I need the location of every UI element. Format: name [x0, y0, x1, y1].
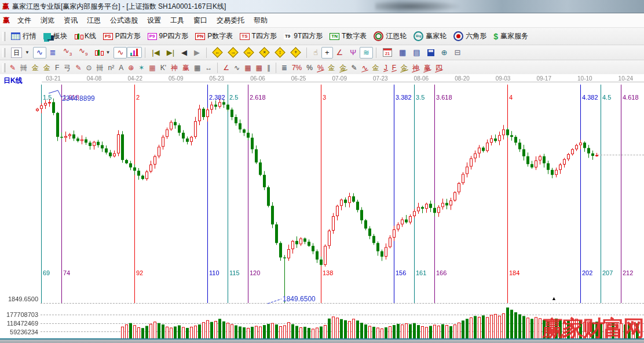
diamond-hrange-icon[interactable]: ↔: [241, 46, 257, 59]
width-arrows-icon[interactable]: ↔: [203, 62, 214, 74]
toolbar-grip[interactable]: [2, 32, 5, 41]
notes-button[interactable]: ▤: [409, 47, 423, 59]
menu-item-7[interactable]: 窗口: [189, 13, 212, 27]
menu-item-8[interactable]: 交易委托: [212, 13, 249, 27]
gold-angle-icon[interactable]: 金: [398, 62, 410, 74]
menu-item-9[interactable]: 帮助: [249, 13, 272, 27]
j-angle-icon[interactable]: J: [382, 62, 390, 74]
period-day-dropdown[interactable]: 日▼: [8, 46, 33, 60]
crosshair-button[interactable]: +: [321, 47, 333, 59]
hexagon-button[interactable]: 六角形: [450, 30, 490, 43]
red-grid2-icon-glyph: ▦: [256, 64, 262, 72]
diamond-vrange-icon[interactable]: ↕: [272, 46, 288, 59]
grid-box-icon[interactable]: ▦: [147, 62, 158, 74]
grid-comb-icon[interactable]: 卌: [18, 62, 30, 74]
grid-123-icon[interactable]: ▦: [192, 62, 203, 74]
toolbar-grip[interactable]: [2, 63, 5, 72]
gold2-icon[interactable]: 金: [370, 62, 382, 74]
step-forward-button[interactable]: ▶: [191, 47, 203, 59]
wave-3-icon[interactable]: ∿3: [60, 45, 75, 60]
save-disk-icon: [427, 49, 434, 56]
percent-line-icon[interactable]: %: [315, 62, 326, 74]
menu-item-2[interactable]: 资讯: [59, 13, 82, 27]
f-angle-icon[interactable]: F: [390, 62, 398, 74]
level-bars-icon[interactable]: ≣: [279, 62, 290, 74]
zigzag-blue-icon[interactable]: ∿: [33, 47, 46, 59]
sectors-button[interactable]: 板块: [40, 30, 71, 43]
p-number-table-button[interactable]: PNP数字表: [192, 30, 236, 43]
menu-item-0[interactable]: 文件: [13, 13, 36, 27]
remote-computer-button[interactable]: ⊟: [451, 47, 464, 59]
shen-grid-icon[interactable]: 神: [169, 62, 180, 74]
menu-item-6[interactable]: 工具: [166, 13, 189, 27]
9t-square-button[interactable]: T99T四方形: [280, 30, 326, 43]
info-note-icon[interactable]: ≣: [46, 47, 60, 59]
gann-crown-button[interactable]: Ψ: [346, 47, 360, 59]
date-tick-09-17: 09-17: [536, 75, 551, 82]
wave-channel-icon[interactable]: ∿: [360, 62, 370, 74]
toolbar-grip[interactable]: [2, 48, 5, 57]
seven-pct-icon[interactable]: 7%: [290, 62, 304, 74]
network-button[interactable]: ⊕: [438, 47, 451, 59]
red-grid-icon[interactable]: ▦: [242, 62, 253, 74]
t-square-button[interactable]: TST四方形: [236, 30, 280, 43]
pen-tool-icon[interactable]: ✎: [8, 62, 18, 74]
sorted-histogram-icon[interactable]: [127, 47, 142, 58]
pen2-tool-icon[interactable]: ✎: [73, 62, 83, 74]
gold-grid2-icon[interactable]: 金: [41, 62, 53, 74]
skip-to-end-button[interactable]: ▶|: [163, 47, 178, 59]
winner-service-button[interactable]: $赢家服务: [490, 30, 532, 43]
zigzag-red-icon[interactable]: ∿: [114, 47, 127, 59]
ying-angle-icon[interactable]: 赢: [422, 62, 433, 74]
quotes-button[interactable]: 行情: [8, 30, 40, 43]
skip-to-start-button[interactable]: |◀: [148, 47, 163, 59]
f-grid-icon[interactable]: F: [53, 62, 61, 74]
pen3-tool-icon[interactable]: ✎: [349, 62, 360, 74]
kline-button[interactable]: K线: [71, 30, 100, 43]
star-grid-icon[interactable]: ✶: [136, 62, 147, 74]
angle-rays-icon[interactable]: ∠: [221, 62, 232, 74]
diamond-collapse-icon[interactable]: ×: [257, 46, 272, 59]
k-tick-icon[interactable]: K': [158, 62, 169, 74]
comb2-icon[interactable]: 卌: [94, 62, 106, 74]
gold-line-icon[interactable]: 金: [338, 62, 349, 74]
angle-measure-button[interactable]: ∠: [333, 47, 347, 59]
zigzag-tool-icon-glyph: ∿: [234, 64, 240, 72]
step-back-button[interactable]: ◀: [178, 47, 191, 59]
n-square-icon[interactable]: n²: [106, 62, 117, 74]
calculator-button[interactable]: ▦: [396, 47, 409, 59]
circle-cross-icon[interactable]: ⊕: [126, 62, 136, 74]
menu-item-4[interactable]: 公式选股: [105, 13, 142, 27]
t-number-table-button[interactable]: TNT数字表: [326, 30, 370, 43]
p-square-button[interactable]: PSP四方形: [100, 30, 144, 43]
zigzag-tool-icon[interactable]: ∿: [232, 62, 242, 74]
diamond-expand-icon[interactable]: +: [288, 46, 303, 59]
gann-clock-icon[interactable]: ⊙: [83, 62, 94, 74]
diamond-right-icon[interactable]: →: [225, 46, 241, 59]
diamond-left-icon[interactable]: ←: [210, 46, 225, 59]
pattern-teal-button[interactable]: ≋: [360, 47, 373, 59]
red-grid2-icon[interactable]: ▦: [254, 62, 265, 74]
menu-item-3[interactable]: 江恩: [82, 13, 105, 27]
candle-type-dropdown[interactable]: ▼: [91, 47, 114, 58]
spiral-icon[interactable]: 弓: [61, 62, 73, 74]
shen-angle-icon[interactable]: 神: [410, 62, 422, 74]
menu-item-5[interactable]: 设置: [142, 13, 166, 27]
si-angle-icon[interactable]: 四: [433, 62, 445, 74]
parallel-lines-icon[interactable]: ∥: [265, 62, 273, 74]
menu-item-1[interactable]: 浏览: [36, 13, 59, 27]
winner-wheel-button[interactable]: Big赢家轮: [410, 30, 450, 43]
kline-chart-canvas[interactable]: [0, 74, 644, 343]
hand-tool-button[interactable]: ☝: [310, 47, 321, 59]
wave-9-icon[interactable]: ∿9: [75, 45, 91, 60]
gold-circle-icon[interactable]: 金: [326, 62, 338, 74]
title-bar[interactable]: 赢赢家江恩专业版[赢家内部服务平台] - [上证指数 SH1A0001-167日…: [0, 0, 644, 13]
9p-square-button[interactable]: P99P四方形: [144, 30, 192, 43]
calendar-button[interactable]: 21: [379, 46, 396, 59]
a-slash-icon[interactable]: A: [116, 62, 126, 74]
save-button[interactable]: [424, 48, 438, 58]
ying-grid-icon[interactable]: 赢: [180, 62, 192, 74]
percent-icon[interactable]: %: [304, 62, 315, 74]
gold-grid-icon[interactable]: 金: [30, 62, 41, 74]
gann-wheel-button[interactable]: 江恩轮: [370, 30, 410, 43]
